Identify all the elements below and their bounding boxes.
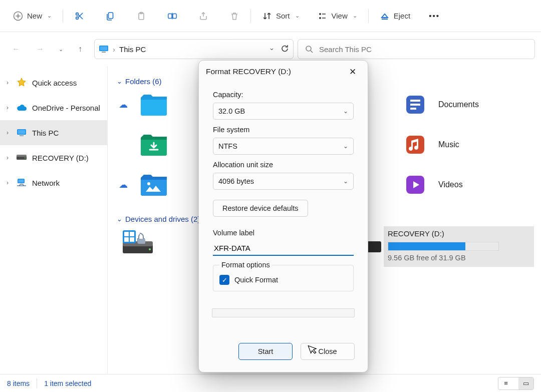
format-options-group: Format options ✓ Quick Format — [213, 261, 354, 291]
pc-icon — [16, 127, 27, 138]
search-placeholder: Search This PC — [319, 45, 372, 54]
close-icon: ✕ — [349, 67, 356, 77]
chevron-down-icon: ⌄ — [353, 13, 357, 19]
capacity-label: Capacity: — [213, 91, 354, 99]
sidebar-item-label: Network — [32, 179, 60, 187]
svg-rect-6 — [168, 14, 172, 18]
section-title: Folders (6) — [125, 77, 162, 86]
folder-label: Videos — [438, 180, 463, 189]
svg-point-9 — [319, 17, 320, 18]
svg-rect-25 — [410, 108, 416, 110]
documents-icon — [399, 92, 431, 118]
chevron-down-icon[interactable]: ⌄ — [269, 44, 275, 54]
dialog-title: Format RECOVERY (D:) — [206, 67, 291, 76]
sidebar-item-label: Quick access — [32, 79, 77, 87]
chevron-down-icon: ⌄ — [117, 215, 122, 223]
svg-rect-36 — [130, 237, 134, 242]
separator — [63, 9, 63, 23]
search-box[interactable]: Search This PC — [298, 39, 535, 59]
svg-rect-16 — [20, 135, 24, 136]
filesystem-select[interactable]: NTFS ⌄ — [213, 138, 354, 155]
copy-button[interactable] — [100, 8, 120, 24]
drive-item-recovery[interactable]: RECOVERY (D:) 9.56 GB free of 31.9 GB — [384, 226, 534, 267]
svg-rect-34 — [130, 232, 134, 236]
more-icon: ••• — [429, 11, 439, 21]
network-icon — [16, 177, 27, 188]
command-bar: New ⌄ Sort ⌄ View ⌄ Eject ••• — [0, 0, 541, 32]
svg-rect-26 — [406, 136, 424, 154]
downloads-icon — [138, 132, 170, 158]
start-button[interactable]: Start — [238, 343, 293, 360]
chevron-down-icon: ⌄ — [343, 108, 348, 115]
folder-item-music[interactable]: Music — [399, 132, 529, 158]
close-dialog-button[interactable]: Close — [301, 343, 355, 360]
drive-usage-bar — [388, 242, 499, 251]
close-button[interactable]: ✕ — [345, 64, 361, 80]
forward-button[interactable]: → — [30, 39, 50, 59]
details-view-icon[interactable]: ≡ — [498, 377, 513, 389]
more-button[interactable]: ••• — [424, 8, 444, 24]
quick-format-label: Quick Format — [234, 276, 278, 284]
star-icon — [16, 77, 27, 88]
volume-label-input[interactable] — [213, 241, 354, 256]
clipboard-icon — [136, 11, 146, 21]
back-button[interactable]: ← — [6, 39, 26, 59]
sidebar-item-this-pc[interactable]: › This PC — [0, 120, 107, 145]
breadcrumb-location[interactable]: This PC — [119, 45, 146, 54]
drive-icon — [16, 152, 27, 163]
svg-rect-18 — [17, 155, 27, 157]
refresh-button[interactable] — [281, 44, 289, 54]
chevron-right-icon[interactable]: › — [4, 179, 11, 186]
nav-tree: › Quick access › OneDrive - Personal › T… — [0, 66, 108, 374]
eject-button[interactable]: Eject — [375, 8, 415, 24]
section-title: Devices and drives (2) — [125, 215, 200, 223]
sidebar-item-recovery[interactable]: › RECOVERY (D:) — [0, 145, 107, 170]
sort-label: Sort — [276, 12, 290, 20]
folder-item-videos[interactable]: Videos — [399, 172, 529, 198]
sidebar-item-onedrive[interactable]: › OneDrive - Personal — [0, 95, 107, 120]
music-icon — [399, 132, 431, 158]
chevron-down-icon: ⌄ — [343, 143, 348, 150]
format-options-legend: Format options — [219, 261, 272, 269]
recent-dropdown[interactable]: ⌄ — [54, 39, 66, 59]
chevron-down-icon: ⌄ — [47, 13, 52, 19]
address-bar[interactable]: › This PC ⌄ — [94, 39, 294, 59]
separator — [368, 9, 369, 23]
chevron-right-icon[interactable]: › — [4, 79, 11, 86]
sort-button[interactable]: Sort ⌄ — [257, 8, 305, 24]
sidebar-item-quick-access[interactable]: › Quick access — [0, 70, 107, 95]
svg-rect-3 — [109, 13, 113, 19]
sidebar-item-network[interactable]: › Network — [0, 170, 107, 195]
up-button[interactable]: ↑ — [70, 39, 90, 59]
rename-icon — [167, 11, 177, 21]
chevron-down-icon: ⌄ — [59, 46, 63, 53]
quick-format-checkbox[interactable]: ✓ Quick Format — [219, 275, 347, 285]
cut-button[interactable] — [69, 8, 89, 24]
capacity-select[interactable]: 32.0 GB ⌄ — [213, 103, 354, 120]
allocation-select[interactable]: 4096 bytes ⌄ — [213, 173, 354, 190]
chevron-right-icon[interactable]: › — [4, 129, 11, 136]
share-icon — [198, 11, 208, 21]
drive-subtitle: 9.56 GB free of 31.9 GB — [388, 254, 530, 262]
svg-point-27 — [147, 182, 150, 185]
delete-button — [224, 8, 244, 24]
search-icon — [304, 44, 314, 54]
chevron-down-icon: ⌄ — [117, 78, 122, 85]
videos-icon — [399, 172, 431, 198]
rename-button[interactable] — [162, 8, 182, 24]
status-selection: 1 item selected — [44, 379, 91, 387]
volume-label-label: Volume label — [213, 229, 354, 237]
sync-cloud-icon: ☁ — [119, 99, 131, 110]
view-icon — [318, 11, 328, 21]
tiles-view-icon[interactable]: ▭ — [518, 377, 533, 389]
chevron-right-icon[interactable]: › — [4, 154, 11, 161]
filesystem-value: NTFS — [218, 142, 237, 150]
new-button[interactable]: New ⌄ — [8, 8, 57, 24]
chevron-right-icon[interactable]: › — [4, 104, 11, 111]
folder-item-documents[interactable]: Documents — [399, 92, 529, 118]
view-button[interactable]: View ⌄ — [313, 8, 362, 24]
svg-point-31 — [149, 248, 151, 250]
view-toggle[interactable]: ≡ ▭ — [498, 377, 534, 390]
restore-defaults-button[interactable]: Restore device defaults — [213, 200, 308, 217]
progress-bar — [212, 308, 355, 317]
